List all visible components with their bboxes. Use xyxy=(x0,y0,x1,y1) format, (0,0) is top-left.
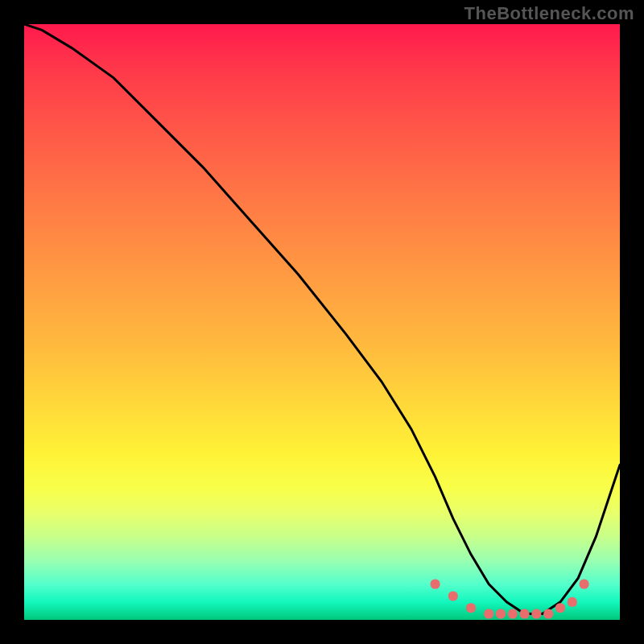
curve-path xyxy=(24,24,620,614)
marker-dot xyxy=(431,580,440,589)
marker-group xyxy=(431,580,589,619)
chart-overlay xyxy=(24,24,620,620)
marker-dot xyxy=(520,609,530,619)
marker-dot xyxy=(555,603,565,613)
marker-dot xyxy=(580,580,589,589)
chart-plot-area xyxy=(24,24,620,620)
chart-frame: TheBottleneck.com xyxy=(0,0,644,644)
marker-dot xyxy=(568,597,577,607)
marker-dot xyxy=(466,603,476,613)
marker-dot xyxy=(508,609,518,619)
watermark-label: TheBottleneck.com xyxy=(464,3,634,24)
marker-dot xyxy=(448,591,458,601)
marker-dot xyxy=(531,609,541,619)
marker-dot xyxy=(484,609,493,619)
marker-dot xyxy=(496,609,506,619)
marker-dot xyxy=(543,609,553,619)
